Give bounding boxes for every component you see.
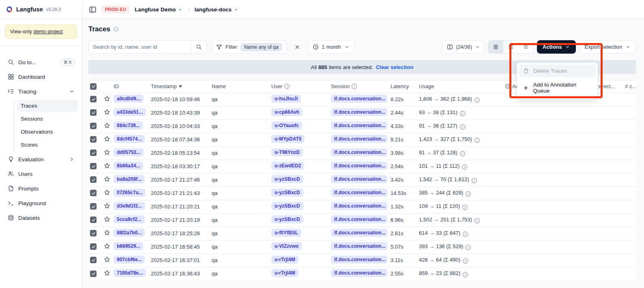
trace-id-badge[interactable]: a433de51... xyxy=(114,108,146,116)
row-height-medium-button[interactable] xyxy=(503,41,518,53)
session-badge[interactable]: lf.docs.conversation... xyxy=(331,95,387,103)
session-badge[interactable]: lf.docs.conversation... xyxy=(331,188,387,197)
user-badge[interactable]: u-yzSBxcD xyxy=(271,202,303,210)
user-badge[interactable]: u-yzSBxcD xyxy=(271,215,303,223)
trace-id-badge[interactable]: 7195d78e... xyxy=(114,269,146,277)
info-icon[interactable]: i xyxy=(460,151,465,156)
star-icon[interactable] xyxy=(104,136,110,142)
sidebar-item-evaluation[interactable]: Evaluation xyxy=(4,153,78,165)
clear-filter-button[interactable] xyxy=(292,41,303,53)
row-height-compact-button[interactable] xyxy=(488,41,503,53)
info-icon[interactable]: i xyxy=(474,138,480,143)
info-icon[interactable]: i xyxy=(463,258,468,264)
user-badge[interactable]: u-VIZzvwo xyxy=(271,242,302,250)
session-badge[interactable]: lf.docs.conversation... xyxy=(331,229,387,237)
row-checkbox[interactable] xyxy=(90,257,97,263)
info-icon[interactable]: i xyxy=(474,97,480,103)
user-badge[interactable]: u-f0YfBSL xyxy=(271,229,301,237)
user-badge[interactable]: u-cp66Avh xyxy=(271,108,303,116)
sidebar-item-datasets[interactable]: Datasets xyxy=(4,212,78,224)
select-all-checkbox[interactable] xyxy=(90,83,97,90)
info-icon[interactable]: i xyxy=(460,111,465,116)
user-badge[interactable]: u-rTrjl4M xyxy=(271,269,298,277)
col-user[interactable]: User xyxy=(271,83,282,89)
trace-id-badge[interactable]: 88f2a7b0... xyxy=(114,229,145,237)
sidebar-item-prompts[interactable]: Prompts xyxy=(4,182,78,195)
trace-id-badge[interactable]: dd05753... xyxy=(114,148,144,156)
row-checkbox[interactable] xyxy=(90,217,97,223)
session-badge[interactable]: lf.docs.conversation... xyxy=(331,215,387,223)
row-checkbox[interactable] xyxy=(90,203,97,210)
col-id[interactable]: ID xyxy=(114,83,119,89)
row-checkbox[interactable] xyxy=(90,271,97,277)
star-icon[interactable] xyxy=(104,189,110,196)
session-badge[interactable]: lf.docs.conversation... xyxy=(331,202,387,210)
sidebar-item-sessions[interactable]: Sessions xyxy=(17,113,78,125)
info-icon[interactable]: i xyxy=(466,245,471,250)
session-badge[interactable]: lf.docs.conversation... xyxy=(331,242,387,250)
row-height-large-button[interactable] xyxy=(518,41,533,53)
user-badge[interactable]: u-yzSBxcD xyxy=(271,175,303,183)
info-icon[interactable] xyxy=(113,26,119,32)
trace-id-badge[interactable]: 084c739... xyxy=(114,121,143,130)
row-checkbox[interactable] xyxy=(90,123,97,129)
star-icon[interactable] xyxy=(104,270,110,276)
sidebar-item-scores[interactable]: Scores xyxy=(17,139,78,151)
sidebar-item-goto[interactable]: Go to... ⌘ K xyxy=(4,56,78,68)
star-icon[interactable] xyxy=(104,149,110,156)
info-icon[interactable]: i xyxy=(463,232,468,237)
sidebar-item-users[interactable]: Users xyxy=(4,168,78,180)
user-badge[interactable]: u-T98YnzD xyxy=(271,148,303,156)
sidebar-item-dashboard[interactable]: Dashboard xyxy=(4,71,78,83)
user-badge[interactable]: u-huJhuJi xyxy=(271,95,301,103)
org-switcher[interactable]: Langfuse Demo xyxy=(135,6,183,13)
star-icon[interactable] xyxy=(104,122,110,129)
star-icon[interactable] xyxy=(104,203,110,209)
info-icon[interactable]: i xyxy=(463,272,468,277)
star-icon[interactable] xyxy=(104,216,110,223)
row-checkbox[interactable] xyxy=(90,176,97,183)
trace-id-badge[interactable]: d3e9d1f2... xyxy=(114,202,145,210)
star-icon[interactable] xyxy=(104,162,110,169)
project-switcher[interactable]: langfuse-docs xyxy=(195,6,239,13)
trace-id-badge[interactable]: 5cca9cf2... xyxy=(114,215,145,223)
row-checkbox[interactable] xyxy=(90,243,97,250)
row-checkbox[interactable] xyxy=(90,109,97,116)
star-icon[interactable] xyxy=(104,243,110,249)
trace-id-badge[interactable]: 8dcf4574... xyxy=(114,135,145,143)
row-checkbox[interactable] xyxy=(90,190,97,196)
sidebar-item-playground[interactable]: Playground xyxy=(4,197,78,209)
trace-id-badge[interactable]: 8b66a34... xyxy=(114,162,143,170)
sidebar-item-observations[interactable]: Observations xyxy=(17,126,78,138)
sidebar-toggle-icon[interactable] xyxy=(89,6,97,13)
session-badge[interactable]: lf.docs.conversation... xyxy=(331,121,387,130)
info-icon[interactable]: i xyxy=(466,191,471,197)
session-badge[interactable]: lf.docs.conversation... xyxy=(331,162,387,170)
trace-id-badge[interactable]: b669529... xyxy=(114,242,143,250)
session-badge[interactable]: lf.docs.conversation... xyxy=(331,175,387,183)
info-icon[interactable]: i xyxy=(284,84,290,89)
col-overflow[interactable]: # c... xyxy=(625,83,636,89)
star-icon[interactable] xyxy=(104,256,110,263)
session-badge[interactable]: lf.docs.conversation... xyxy=(331,135,387,143)
search-input[interactable] xyxy=(89,44,191,50)
col-name[interactable]: Name xyxy=(212,83,226,89)
filter-button[interactable]: Filter Name any of qa xyxy=(212,40,287,54)
user-badge[interactable]: u-rTrjl4M xyxy=(271,256,298,264)
sidebar-item-traces[interactable]: Traces xyxy=(17,100,78,112)
row-checkbox[interactable] xyxy=(90,136,97,143)
demo-project-link[interactable]: demo project xyxy=(33,29,62,35)
col-session[interactable]: Session xyxy=(331,83,350,89)
info-icon[interactable]: i xyxy=(462,165,467,170)
user-badge[interactable]: u-yzSBxcD xyxy=(271,188,303,197)
info-icon[interactable]: i xyxy=(474,218,480,223)
clear-selection-link[interactable]: Clear selection xyxy=(376,64,414,70)
column-visibility-button[interactable]: (24/36) xyxy=(442,40,485,54)
star-icon[interactable] xyxy=(104,109,110,115)
session-badge[interactable]: lf.docs.conversation... xyxy=(331,108,387,116)
actions-button[interactable]: Actions xyxy=(537,40,576,54)
menu-item-add-to-annotation-queue[interactable]: Add to Annotation Queue xyxy=(519,78,596,97)
user-badge[interactable]: u-zEwdED2 xyxy=(271,162,304,170)
info-icon[interactable]: i xyxy=(462,205,468,210)
trace-id-badge[interactable]: ba8a208f... xyxy=(114,175,145,183)
